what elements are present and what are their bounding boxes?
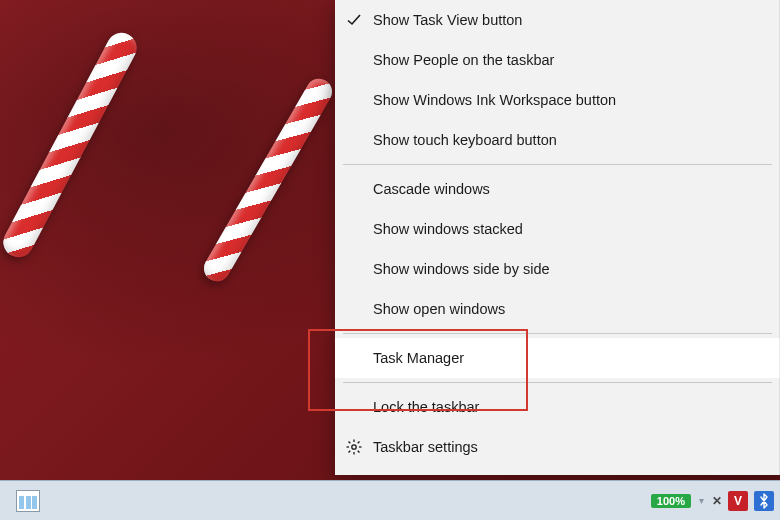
sysmon-icon [16, 490, 40, 512]
menu-item-show-ink-workspace[interactable]: Show Windows Ink Workspace button [335, 80, 780, 120]
menu-item-cascade-windows[interactable]: Cascade windows [335, 169, 780, 209]
menu-separator [343, 382, 772, 383]
svg-line-8 [349, 451, 351, 453]
battery-indicator[interactable]: 100% [651, 494, 691, 508]
taskbar-context-menu: Show Task View button Show People on the… [335, 0, 780, 475]
tray-chevron-icon[interactable]: ▾ [697, 495, 706, 506]
menu-item-taskbar-settings[interactable]: Taskbar settings [335, 427, 780, 467]
menu-item-label: Show People on the taskbar [373, 52, 554, 68]
menu-separator [343, 164, 772, 165]
gear-icon [345, 438, 363, 456]
menu-item-label: Show touch keyboard button [373, 132, 557, 148]
candycane-decoration [0, 28, 142, 263]
menu-item-show-windows-side-by-side[interactable]: Show windows side by side [335, 249, 780, 289]
menu-item-label: Show Windows Ink Workspace button [373, 92, 616, 108]
svg-line-7 [358, 442, 360, 444]
check-icon [345, 11, 363, 29]
menu-item-label: Lock the taskbar [373, 399, 479, 415]
svg-point-0 [352, 445, 356, 449]
menu-item-show-touch-keyboard[interactable]: Show touch keyboard button [335, 120, 780, 160]
menu-item-label: Task Manager [373, 350, 464, 366]
tray-v-app-icon[interactable]: V [728, 491, 748, 511]
menu-item-show-task-view[interactable]: Show Task View button [335, 0, 780, 40]
tray-close-icon[interactable]: ✕ [712, 494, 722, 508]
taskbar-left [6, 484, 50, 518]
candycane-decoration [199, 74, 337, 286]
taskbar-app-sysmon[interactable] [6, 484, 50, 518]
menu-item-lock-taskbar[interactable]: Lock the taskbar [335, 387, 780, 427]
menu-item-label: Show open windows [373, 301, 505, 317]
taskbar: 100% ▾ ✕ V [0, 480, 780, 520]
menu-item-label: Show windows side by side [373, 261, 550, 277]
menu-item-label: Show Task View button [373, 12, 522, 28]
menu-separator [343, 333, 772, 334]
desktop-wallpaper: Show Task View button Show People on the… [0, 0, 780, 520]
menu-item-label: Cascade windows [373, 181, 490, 197]
menu-item-show-windows-stacked[interactable]: Show windows stacked [335, 209, 780, 249]
system-tray: 100% ▾ ✕ V [651, 491, 774, 511]
bluetooth-icon[interactable] [754, 491, 774, 511]
svg-line-6 [358, 451, 360, 453]
menu-item-label: Show windows stacked [373, 221, 523, 237]
menu-item-label: Taskbar settings [373, 439, 478, 455]
menu-item-show-open-windows[interactable]: Show open windows [335, 289, 780, 329]
menu-item-show-people[interactable]: Show People on the taskbar [335, 40, 780, 80]
svg-line-5 [349, 442, 351, 444]
menu-item-task-manager[interactable]: Task Manager [335, 338, 780, 378]
